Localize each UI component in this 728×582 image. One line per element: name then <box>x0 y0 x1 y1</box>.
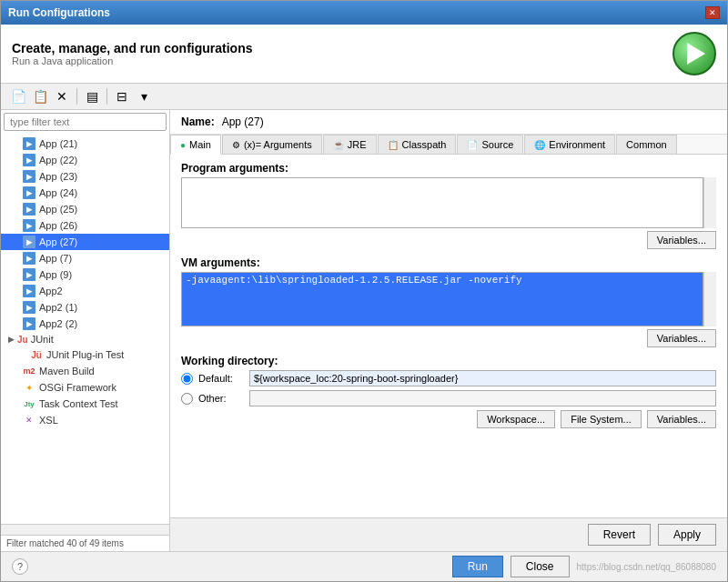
program-args-input[interactable] <box>181 177 703 228</box>
xsl-icon: ✕ <box>23 414 35 426</box>
app-icon: ▶ <box>23 137 35 150</box>
footer-url: https://blog.csdn.net/qq_86088080 <box>577 562 716 572</box>
program-args-variables-button[interactable]: Variables... <box>647 231 716 249</box>
default-radio-label: Default: <box>198 373 244 384</box>
app-icon: ▶ <box>23 317 35 330</box>
sidebar-item-label: App (26) <box>39 220 77 231</box>
close-button[interactable]: Close <box>511 556 570 577</box>
sidebar-item-label: App (23) <box>39 171 77 182</box>
toolbar-separator <box>76 88 77 105</box>
filter-input[interactable] <box>4 113 167 131</box>
filesystem-button[interactable]: File System... <box>561 410 642 428</box>
copy-config-button[interactable]: 📋 <box>30 86 50 106</box>
workdir-variables-button[interactable]: Variables... <box>647 410 716 428</box>
app-icon: ▶ <box>23 252 35 265</box>
new-config-button[interactable]: 📄 <box>8 86 28 106</box>
other-dir-input[interactable] <box>249 390 716 406</box>
tab-label: Common <box>626 139 667 150</box>
tab-label: (x)= Arguments <box>244 139 312 150</box>
help-button[interactable]: ? <box>12 558 28 575</box>
default-radio-row: Default: <box>181 370 716 386</box>
program-args-label: Program arguments: <box>181 162 716 175</box>
run-configurations-window: Run Configurations ✕ Create, manage, and… <box>0 0 728 582</box>
app-icon: ▶ <box>23 301 35 314</box>
other-radio[interactable] <box>181 393 193 405</box>
sidebar-item-app23[interactable]: ▶ App (23) <box>1 168 169 185</box>
app-icon: ▶ <box>23 154 35 166</box>
header-text: Create, manage, and run configurations R… <box>12 41 253 66</box>
workspace-button[interactable]: Workspace... <box>477 410 555 428</box>
source-tab-icon: 📄 <box>467 140 478 150</box>
window-controls: ✕ <box>705 6 720 19</box>
app-icon: ▶ <box>23 219 35 232</box>
tab-arguments[interactable]: ⚙ (x)= Arguments <box>222 135 322 154</box>
sidebar-item-xsl[interactable]: ✕ XSL <box>1 412 169 428</box>
default-radio[interactable] <box>181 373 193 385</box>
sidebar-item-task-context[interactable]: Jty Task Context Test <box>1 396 169 412</box>
apply-button[interactable]: Apply <box>658 524 716 546</box>
sidebar-item-app27[interactable]: ▶ App (27) <box>1 234 169 250</box>
group-label: JUnit <box>31 334 54 345</box>
environment-tab-icon: 🌐 <box>534 140 545 150</box>
sidebar-item-app2[interactable]: ▶ App2 <box>1 283 169 299</box>
tab-label: Environment <box>549 139 605 150</box>
run-icon[interactable] <box>672 32 716 75</box>
sidebar-item-app26[interactable]: ▶ App (26) <box>1 217 169 234</box>
right-panel: Name: App (27) ● Main ⚙ (x)= Arguments ☕… <box>170 110 727 551</box>
sidebar-item-label: App2 <box>39 286 63 296</box>
sidebar-item-label: XSL <box>39 415 58 426</box>
sidebar-item-app25[interactable]: ▶ App (25) <box>1 201 169 217</box>
sidebar-item-maven[interactable]: m2 Maven Build <box>1 363 169 379</box>
app-icon: ▶ <box>23 268 35 281</box>
vm-args-scrollbar[interactable] <box>703 272 716 326</box>
tab-label: Classpath <box>402 139 447 150</box>
app-icon: ▶ <box>23 203 35 216</box>
sidebar-item-app7[interactable]: ▶ App (7) <box>1 250 169 266</box>
tab-label: Main <box>189 139 211 150</box>
filter-count: Filter matched 40 of 49 items <box>6 538 124 548</box>
name-bar: Name: App (27) <box>170 110 727 135</box>
sidebar-item-label: App (21) <box>39 138 77 149</box>
close-button[interactable]: ✕ <box>705 6 720 19</box>
sidebar-item-label: App (7) <box>39 253 72 264</box>
run-button[interactable]: Run <box>452 556 503 577</box>
classpath-tab-icon: 📋 <box>388 140 399 150</box>
tab-source[interactable]: 📄 Source <box>457 135 523 154</box>
tab-common[interactable]: Common <box>616 135 677 154</box>
sidebar-item-app2-1[interactable]: ▶ App2 (1) <box>1 299 169 316</box>
sidebar-group-junit[interactable]: ▶ Ju JUnit <box>1 332 169 346</box>
app-icon: ▶ <box>23 170 35 183</box>
tab-main[interactable]: ● Main <box>170 135 221 155</box>
program-args-wrapper <box>181 177 716 228</box>
sidebar-item-app22[interactable]: ▶ App (22) <box>1 152 169 168</box>
working-dir-section: Working directory: Default: Other: Works… <box>181 355 716 428</box>
collapse-button[interactable]: ⊟ <box>112 86 132 106</box>
sidebar-item-label: App (24) <box>39 187 77 198</box>
sidebar-item-app2-2[interactable]: ▶ App2 (2) <box>1 316 169 332</box>
sidebar-item-osgi[interactable]: ✦ OSGi Framework <box>1 379 169 396</box>
delete-config-button[interactable]: ✕ <box>52 86 72 106</box>
filter-button[interactable]: ▤ <box>82 86 102 106</box>
sidebar-item-app24[interactable]: ▶ App (24) <box>1 185 169 201</box>
vm-args-highlighted[interactable]: -javaagent:\lib\springloaded-1.2.5.RELEA… <box>182 273 703 326</box>
sidebar-item-label: Maven Build <box>39 366 95 376</box>
revert-button[interactable]: Revert <box>588 524 651 546</box>
dropdown-button[interactable]: ▾ <box>134 86 154 106</box>
tab-label: Source <box>481 139 513 150</box>
horizontal-scrollbar[interactable] <box>1 524 169 535</box>
sidebar-item-app21[interactable]: ▶ App (21) <box>1 135 169 152</box>
tab-environment[interactable]: 🌐 Environment <box>524 135 615 154</box>
toolbar: 📄 📋 ✕ ▤ ⊟ ▾ <box>1 84 727 110</box>
tab-classpath[interactable]: 📋 Classpath <box>378 135 457 154</box>
program-args-scrollbar[interactable] <box>703 177 716 228</box>
tab-jre[interactable]: ☕ JRE <box>323 135 377 154</box>
default-dir-input[interactable] <box>249 370 716 386</box>
arguments-tab-icon: ⚙ <box>232 140 240 150</box>
sidebar-item-label: OSGi Framework <box>39 382 116 393</box>
sidebar-item-junit-plugin[interactable]: Jü JUnit Plug-in Test <box>1 346 169 363</box>
name-value: App (27) <box>222 115 264 128</box>
title-bar: Run Configurations ✕ <box>1 1 727 25</box>
sidebar-footer: Filter matched 40 of 49 items <box>1 535 169 551</box>
sidebar-item-app9[interactable]: ▶ App (9) <box>1 266 169 283</box>
vm-args-variables-button[interactable]: Variables... <box>647 329 716 347</box>
